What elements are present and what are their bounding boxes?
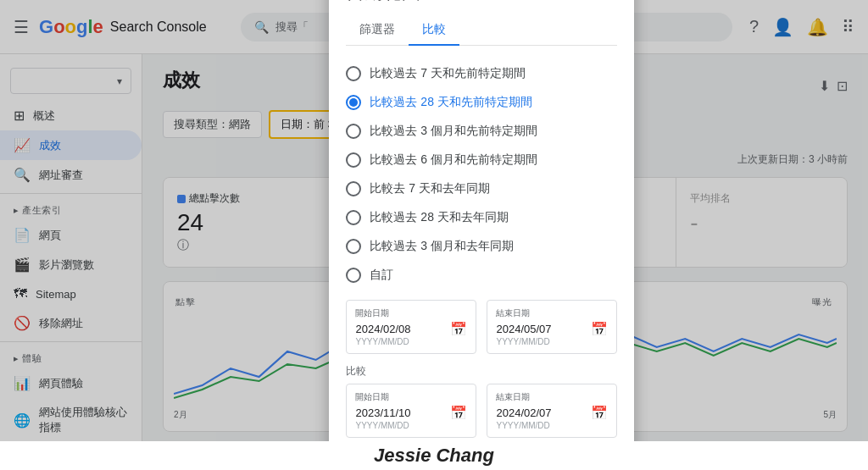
radio-option-4[interactable]: 比較去 7 天和去年同期 <box>346 174 617 203</box>
compare-end-value: 2024/02/07 📅 <box>496 405 608 421</box>
radio-option-6[interactable]: 比較過去 3 個月和去年同期 <box>346 232 617 261</box>
radio-label-2: 比較過去 3 個月和先前特定期間 <box>370 124 537 139</box>
radio-label-6: 比較過去 3 個月和去年同期 <box>370 239 514 254</box>
radio-option-1[interactable]: 比較過去 28 天和先前特定期間 <box>346 88 617 117</box>
radio-label-1: 比較過去 28 天和先前特定期間 <box>370 95 531 110</box>
end-date-field[interactable]: 結束日期 2024/05/07 📅 YYYY/MM/DD <box>487 300 617 354</box>
start-date-value: 2024/02/08 📅 <box>355 321 467 337</box>
radio-btn-2[interactable] <box>346 124 361 139</box>
radio-label-4: 比較去 7 天和去年同期 <box>370 181 490 196</box>
calendar-icon[interactable]: 📅 <box>450 321 467 337</box>
calendar-icon[interactable]: 📅 <box>591 321 608 337</box>
radio-option-2[interactable]: 比較過去 3 個月和先前特定期間 <box>346 117 617 146</box>
radio-option-0[interactable]: 比較過去 7 天和先前特定期間 <box>346 59 617 88</box>
radio-option-7[interactable]: 自訂 <box>346 261 617 290</box>
compare-end-placeholder: YYYY/MM/DD <box>496 421 608 430</box>
radio-btn-4[interactable] <box>346 181 361 196</box>
modal-tabs: 篩選器 比較 <box>346 15 617 46</box>
calendar-icon[interactable]: 📅 <box>450 405 467 421</box>
radio-options: 比較過去 7 天和先前特定期間 比較過去 28 天和先前特定期間 比較過去 3 … <box>346 59 617 290</box>
radio-btn-6[interactable] <box>346 239 361 254</box>
radio-btn-5[interactable] <box>346 210 361 225</box>
modal-title: 日期範圍 <box>346 0 617 5</box>
end-date-label: 結束日期 <box>496 307 608 319</box>
radio-btn-1[interactable] <box>346 95 361 110</box>
tab-filter[interactable]: 篩選器 <box>346 15 409 46</box>
end-date-placeholder: YYYY/MM/DD <box>496 337 608 346</box>
radio-label-7: 自訂 <box>370 268 393 283</box>
tab-compare[interactable]: 比較 <box>409 15 459 46</box>
compare-start-label: 開始日期 <box>355 391 467 403</box>
end-date-value: 2024/05/07 📅 <box>496 321 608 337</box>
compare-start-date-field[interactable]: 開始日期 2023/11/10 📅 YYYY/MM/DD <box>346 384 476 438</box>
radio-option-3[interactable]: 比較過去 6 個月和先前特定期間 <box>346 146 617 174</box>
watermark: Jessie Chang <box>0 441 868 470</box>
compare-start-placeholder: YYYY/MM/DD <box>355 421 467 430</box>
calendar-icon[interactable]: 📅 <box>591 405 608 421</box>
radio-btn-3[interactable] <box>346 152 361 168</box>
radio-label-0: 比較過去 7 天和先前特定期間 <box>370 66 526 81</box>
compare-section-label: 比較 <box>346 364 617 379</box>
compare-start-value: 2023/11/10 📅 <box>355 405 467 421</box>
compare-end-label: 結束日期 <box>496 391 608 403</box>
start-date-label: 開始日期 <box>355 307 467 319</box>
compare-end-date-field[interactable]: 結束日期 2024/02/07 📅 YYYY/MM/DD <box>487 384 617 438</box>
radio-btn-7[interactable] <box>346 268 361 283</box>
start-date-placeholder: YYYY/MM/DD <box>355 337 467 346</box>
start-date-field[interactable]: 開始日期 2024/02/08 📅 YYYY/MM/DD <box>346 300 476 354</box>
compare-date-row: 開始日期 2023/11/10 📅 YYYY/MM/DD 結束日期 2024/0… <box>346 384 617 438</box>
radio-btn-0[interactable] <box>346 66 361 81</box>
date-range-modal: 日期範圍 篩選器 比較 比較過去 7 天和先前特定期間 比較過去 28 天和先前… <box>329 0 634 470</box>
radio-label-3: 比較過去 6 個月和先前特定期間 <box>370 152 537 168</box>
radio-label-5: 比較過去 28 天和去年同期 <box>370 210 508 225</box>
radio-option-5[interactable]: 比較過去 28 天和去年同期 <box>346 203 617 232</box>
date-range-row: 開始日期 2024/02/08 📅 YYYY/MM/DD 結束日期 2024/0… <box>346 300 617 354</box>
